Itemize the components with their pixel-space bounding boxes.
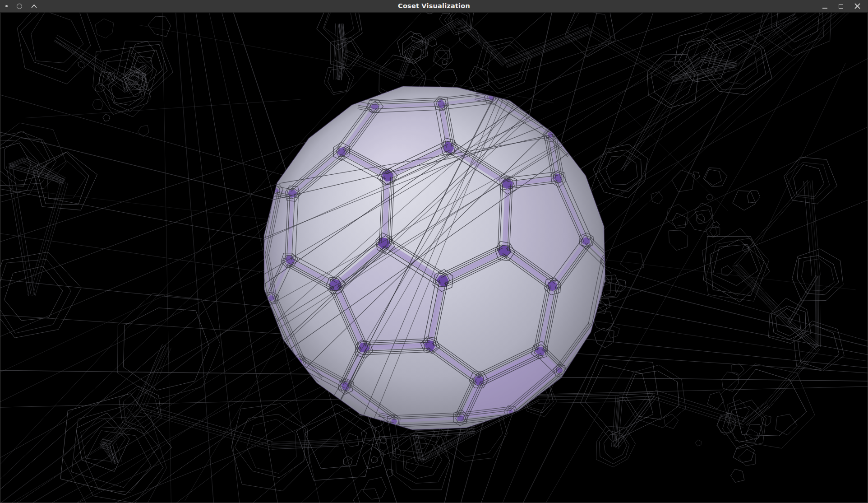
- titlebar-left-icons: [0, 4, 37, 9]
- circle-icon[interactable]: [17, 4, 22, 9]
- maximize-button[interactable]: [836, 2, 845, 11]
- dot-icon: [5, 5, 8, 7]
- app-window: Coset Visualization: [0, 0, 868, 503]
- close-icon: [854, 3, 860, 9]
- window-controls: [820, 2, 868, 11]
- minimize-icon: [822, 8, 827, 9]
- titlebar: Coset Visualization: [0, 0, 868, 13]
- window-title: Coset Visualization: [0, 0, 868, 12]
- minimize-button[interactable]: [820, 2, 829, 11]
- chevron-up-icon[interactable]: [31, 4, 37, 8]
- maximize-icon: [839, 4, 843, 9]
- close-button[interactable]: [853, 2, 862, 11]
- render-viewport: [0, 13, 868, 503]
- viewport-canvas[interactable]: [0, 13, 868, 503]
